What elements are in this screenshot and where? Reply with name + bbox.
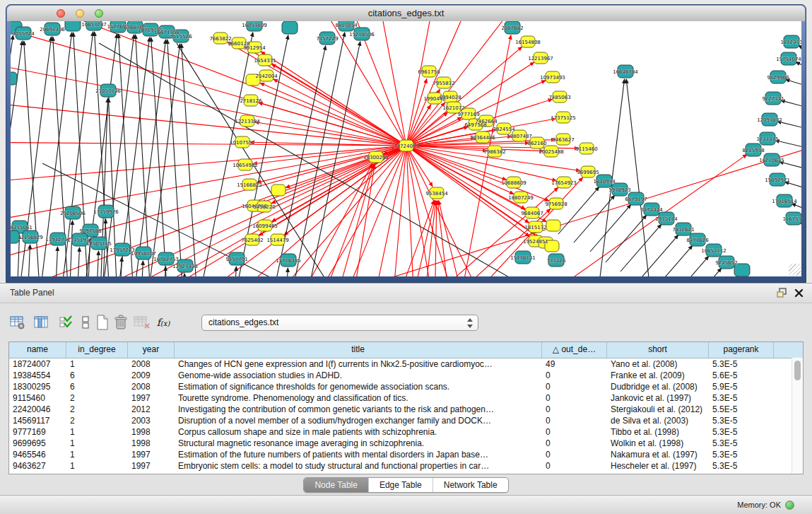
table-cell[interactable]: 9699695: [9, 438, 66, 449]
table-cell[interactable]: 2008: [128, 358, 175, 370]
table-cell[interactable]: 49: [542, 358, 607, 370]
column-select-button[interactable]: [57, 313, 75, 332]
table-cell[interactable]: 0: [542, 426, 607, 438]
graph-node[interactable]: [546, 220, 560, 231]
graph-node[interactable]: [65, 21, 81, 31]
network-canvas[interactable]: 4055724206914061065328715276026466160107…: [11, 21, 801, 276]
table-cell[interactable]: Corpus callosum shape and size in male p…: [175, 426, 542, 438]
table-row[interactable]: 1872400712008Changes of HCN gene express…: [9, 358, 803, 370]
table-cell[interactable]: 0: [542, 415, 607, 426]
column-header-0[interactable]: name: [9, 342, 66, 358]
table-cell[interactable]: 14569117: [9, 415, 66, 426]
table-cell[interactable]: 2: [66, 404, 128, 415]
table-tabs[interactable]: Node TableEdge TableNetwork Table: [303, 477, 508, 493]
table-cell[interactable]: Structural magnetic resonance image aver…: [175, 438, 542, 449]
table-cell[interactable]: 1: [66, 426, 128, 438]
column-header-3[interactable]: title: [175, 342, 542, 358]
table-cell[interactable]: Dudbridge et al. (2008): [607, 381, 709, 392]
network-graph[interactable]: 4055724206914061065328715276026466160107…: [11, 21, 801, 276]
table-cell[interactable]: 18300295: [9, 381, 66, 392]
table-cell[interactable]: Yano et al. (2008): [607, 358, 709, 370]
table-cell[interactable]: Disruption of a novel member of a sodium…: [175, 415, 542, 426]
table-cell[interactable]: Wolkin et al. (1998): [607, 438, 709, 449]
table-cell[interactable]: 0: [542, 392, 607, 404]
table-row[interactable]: 1938455462009Genome-wide association stu…: [9, 370, 803, 381]
table-cell[interactable]: 2009: [128, 370, 175, 381]
table-cell[interactable]: 0: [542, 449, 607, 460]
table-cell[interactable]: Embryonic stem cells: a model to study s…: [175, 460, 542, 472]
table-cell[interactable]: 1: [66, 438, 128, 449]
table-cell[interactable]: 5.3E-5: [709, 449, 774, 460]
table-row[interactable]: 2242004622012Investigating the contribut…: [9, 404, 803, 415]
column-header-4[interactable]: △ out_de…: [542, 342, 607, 358]
graph-node[interactable]: [271, 185, 286, 196]
table-cell[interactable]: 9115460: [9, 392, 66, 404]
table-cell[interactable]: 2: [66, 415, 128, 426]
table-source-select[interactable]: citations_edges.txt: [201, 315, 478, 331]
table-cell[interactable]: 5.3E-5: [709, 460, 774, 472]
table-row[interactable]: 946362711997Embryonic stem cells: a mode…: [9, 460, 803, 472]
table-mode-button[interactable]: [8, 313, 27, 332]
graph-node[interactable]: [734, 264, 750, 276]
table-cell[interactable]: Stergiakouli et al. (2012): [607, 404, 709, 415]
network-window-titlebar[interactable]: citations_edges.txt: [7, 6, 805, 22]
table-cell[interactable]: 2008: [128, 381, 175, 392]
node-table[interactable]: namein_degreeyeartitle△ out_de…shortpage…: [8, 341, 804, 474]
function-builder-button[interactable]: f(x): [154, 313, 172, 332]
table-row[interactable]: 1456911722003Disruption of a novel membe…: [9, 415, 803, 426]
delete-button[interactable]: [112, 313, 130, 332]
float-panel-icon[interactable]: [777, 288, 788, 300]
table-cell[interactable]: 0: [542, 438, 607, 449]
table-cell[interactable]: Hescheler et al. (1997): [607, 460, 709, 472]
table-scrollbar[interactable]: [792, 358, 803, 474]
table-scrollbar-thumb[interactable]: [794, 361, 801, 380]
tab-network-table[interactable]: Network Table: [433, 478, 508, 492]
table-cell[interactable]: 1998: [128, 426, 175, 438]
table-cell[interactable]: 0: [542, 460, 607, 472]
table-cell[interactable]: 1997: [128, 460, 175, 472]
table-cell[interactable]: Genome-wide association studies in ADHD.: [175, 370, 542, 381]
column-header-2[interactable]: year: [128, 342, 175, 358]
table-row[interactable]: 946554611997Estimation of the future num…: [9, 449, 803, 460]
close-panel-icon[interactable]: [794, 288, 804, 300]
table-cell[interactable]: Tibbo et al. (1998): [607, 426, 709, 438]
column-header-6[interactable]: pagerank: [709, 342, 774, 358]
table-cell[interactable]: 2003: [128, 415, 175, 426]
column-visibility-button[interactable]: [33, 313, 51, 332]
canvas-resize-grip[interactable]: [789, 264, 801, 276]
rows-button[interactable]: [76, 313, 95, 332]
table-cell[interactable]: 5.5E-5: [709, 404, 774, 415]
table-cell[interactable]: 2: [66, 392, 128, 404]
tab-edge-table[interactable]: Edge Table: [368, 478, 433, 492]
tab-node-table[interactable]: Node Table: [304, 478, 368, 492]
table-cell[interactable]: 5.3E-5: [709, 358, 774, 370]
table-cell[interactable]: Investigating the contribution of common…: [175, 404, 542, 415]
table-cell[interactable]: 6: [66, 381, 128, 392]
table-cell[interactable]: 1997: [128, 392, 175, 404]
table-cell[interactable]: 5.6E-5: [709, 370, 774, 381]
table-row[interactable]: 1830029562008Estimation of significance …: [9, 381, 803, 392]
column-header-5[interactable]: short: [607, 342, 709, 358]
table-row[interactable]: 911546021997Tourette syndrome. Phenomeno…: [9, 392, 803, 404]
table-cell[interactable]: Tourette syndrome. Phenomenology and cla…: [175, 392, 542, 404]
table-cell[interactable]: 1: [66, 460, 128, 472]
table-cell[interactable]: 0: [542, 404, 607, 415]
table-cell[interactable]: 9463627: [9, 460, 66, 472]
table-cell[interactable]: Estimation of significance thresholds fo…: [175, 381, 542, 392]
table-cell[interactable]: 1998: [128, 438, 175, 449]
table-cell[interactable]: 5.3E-5: [709, 392, 774, 404]
table-cell[interactable]: 1: [66, 358, 128, 370]
graph-node[interactable]: [282, 21, 298, 34]
table-cell[interactable]: Changes of HCN gene expression and I(f) …: [175, 358, 542, 370]
table-cell[interactable]: 9777169: [9, 426, 66, 438]
table-cell[interactable]: 19384554: [9, 370, 66, 381]
table-cell[interactable]: Franke et al. (2009): [607, 370, 709, 381]
table-cell[interactable]: Nakamura et al. (1997): [607, 449, 709, 460]
table-cell[interactable]: 18724007: [9, 358, 66, 370]
table-cell[interactable]: 0: [542, 370, 607, 381]
table-row[interactable]: 969969511998Structural magnetic resonanc…: [9, 438, 803, 449]
table-cell[interactable]: 6: [66, 370, 128, 381]
column-header-1[interactable]: in_degree: [66, 342, 128, 358]
table-body[interactable]: 1872400712008Changes of HCN gene express…: [9, 358, 803, 472]
table-cell[interactable]: 2012: [128, 404, 175, 415]
